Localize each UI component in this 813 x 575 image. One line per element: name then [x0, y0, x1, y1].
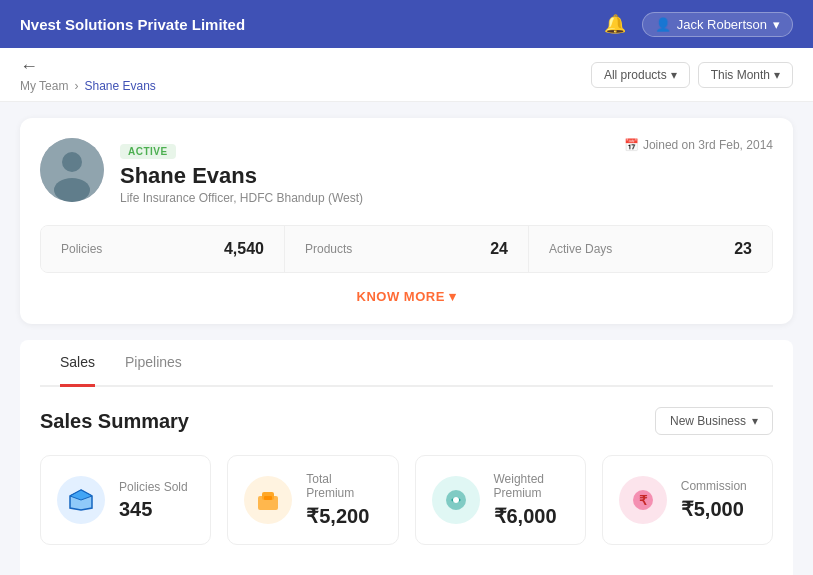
- commission-value: ₹5,000: [681, 497, 747, 521]
- all-products-filter[interactable]: All products ▾: [591, 62, 690, 88]
- card-commission-info: Commission ₹5,000: [681, 479, 747, 521]
- card-total-premium: Total Premium ₹5,200: [227, 455, 398, 545]
- card-weighted-premium: Weighted Premium ₹6,000: [415, 455, 586, 545]
- tab-pipelines[interactable]: Pipelines: [125, 340, 182, 387]
- stat-value-active-days: 23: [734, 240, 752, 258]
- breadcrumb-parent[interactable]: My Team: [20, 79, 68, 93]
- card-weighted-premium-info: Weighted Premium ₹6,000: [494, 472, 569, 528]
- svg-point-9: [453, 497, 459, 503]
- profile-top: ACTIVE Shane Evans Life Insurance Office…: [40, 138, 773, 205]
- total-premium-icon: [244, 476, 292, 524]
- commission-icon: ₹: [619, 476, 667, 524]
- filter1-dropdown-icon: ▾: [671, 68, 677, 82]
- sales-section: Sales Summary New Business ▾ Policies So…: [20, 387, 793, 575]
- svg-point-2: [54, 178, 90, 202]
- total-premium-label: Total Premium: [306, 472, 381, 500]
- user-name-label: Jack Robertson: [677, 17, 767, 32]
- weighted-premium-label: Weighted Premium: [494, 472, 569, 500]
- svg-rect-7: [264, 496, 272, 500]
- card-policies-sold-info: Policies Sold 345: [119, 480, 188, 521]
- col-policy: Policy: [40, 569, 264, 575]
- sales-header: Sales Summary New Business ▾: [40, 407, 773, 435]
- know-more-button[interactable]: KNOW MORE ▾: [40, 289, 773, 304]
- col-customer: Customer: [417, 569, 656, 575]
- profile-name: Shane Evans: [120, 163, 363, 189]
- weighted-premium-icon: [432, 476, 480, 524]
- svg-text:₹: ₹: [639, 493, 648, 508]
- profile-role: Life Insurance Officer, HDFC Bhandup (We…: [120, 191, 363, 205]
- card-policies-sold: Policies Sold 345: [40, 455, 211, 545]
- user-icon: 👤: [655, 17, 671, 32]
- user-menu-button[interactable]: 👤 Jack Robertson ▾: [642, 12, 793, 37]
- calendar-icon: 📅: [624, 138, 639, 152]
- tab-sales[interactable]: Sales: [60, 340, 95, 387]
- new-business-dropdown-icon: ▾: [752, 414, 758, 428]
- active-badge: ACTIVE: [120, 144, 176, 159]
- total-premium-value: ₹5,200: [306, 504, 381, 528]
- table-header: Policy Premium Customer Issued On: [40, 569, 773, 575]
- sub-header: ← My Team › Shane Evans All products ▾ T…: [0, 48, 813, 102]
- profile-left: ACTIVE Shane Evans Life Insurance Office…: [40, 138, 363, 205]
- profile-info: ACTIVE Shane Evans Life Insurance Office…: [120, 138, 363, 205]
- policies-sold-value: 345: [119, 498, 188, 521]
- profile-right: 📅 Joined on 3rd Feb, 2014: [624, 138, 773, 152]
- stat-value-policies: 4,540: [224, 240, 264, 258]
- joined-date: 📅 Joined on 3rd Feb, 2014: [624, 138, 773, 152]
- col-issued-on: Issued On: [656, 569, 773, 575]
- stat-label-active-days: Active Days: [549, 242, 612, 256]
- stats-row: Policies 4,540 Products 24 Active Days 2…: [40, 225, 773, 273]
- summary-cards: Policies Sold 345 Total Premium ₹5,200: [40, 455, 773, 545]
- col-premium: Premium: [264, 569, 417, 575]
- app-title: Nvest Solutions Private Limited: [20, 16, 245, 33]
- header-right: 🔔 👤 Jack Robertson ▾: [604, 12, 793, 37]
- know-more-icon: ▾: [449, 289, 457, 304]
- filter2-dropdown-icon: ▾: [774, 68, 780, 82]
- breadcrumb: My Team › Shane Evans: [20, 79, 156, 93]
- svg-point-1: [62, 152, 82, 172]
- nav-left: ← My Team › Shane Evans: [20, 56, 156, 93]
- card-commission: ₹ Commission ₹5,000: [602, 455, 773, 545]
- sales-summary-title: Sales Summary: [40, 410, 189, 433]
- commission-label: Commission: [681, 479, 747, 493]
- stat-products: Products 24: [285, 226, 529, 272]
- stat-label-products: Products: [305, 242, 352, 256]
- user-dropdown-icon: ▾: [773, 17, 780, 32]
- stat-policies: Policies 4,540: [41, 226, 285, 272]
- breadcrumb-current: Shane Evans: [84, 79, 155, 93]
- profile-card: ACTIVE Shane Evans Life Insurance Office…: [20, 118, 793, 324]
- stat-label-policies: Policies: [61, 242, 102, 256]
- tabs-row: Sales Pipelines: [40, 340, 773, 387]
- card-total-premium-info: Total Premium ₹5,200: [306, 472, 381, 528]
- policies-sold-icon: [57, 476, 105, 524]
- new-business-button[interactable]: New Business ▾: [655, 407, 773, 435]
- policies-table: Policy Premium Customer Issued On Life A…: [40, 569, 773, 575]
- stat-value-products: 24: [490, 240, 508, 258]
- filter-row: All products ▾ This Month ▾: [591, 62, 793, 88]
- weighted-premium-value: ₹6,000: [494, 504, 569, 528]
- avatar: [40, 138, 104, 202]
- back-button[interactable]: ←: [20, 56, 156, 77]
- header: Nvest Solutions Private Limited 🔔 👤 Jack…: [0, 0, 813, 48]
- tabs-container: Sales Pipelines: [20, 340, 793, 387]
- breadcrumb-separator-icon: ›: [74, 79, 78, 93]
- policies-sold-label: Policies Sold: [119, 480, 188, 494]
- stat-active-days: Active Days 23: [529, 226, 772, 272]
- bell-icon[interactable]: 🔔: [604, 13, 626, 35]
- this-month-filter[interactable]: This Month ▾: [698, 62, 793, 88]
